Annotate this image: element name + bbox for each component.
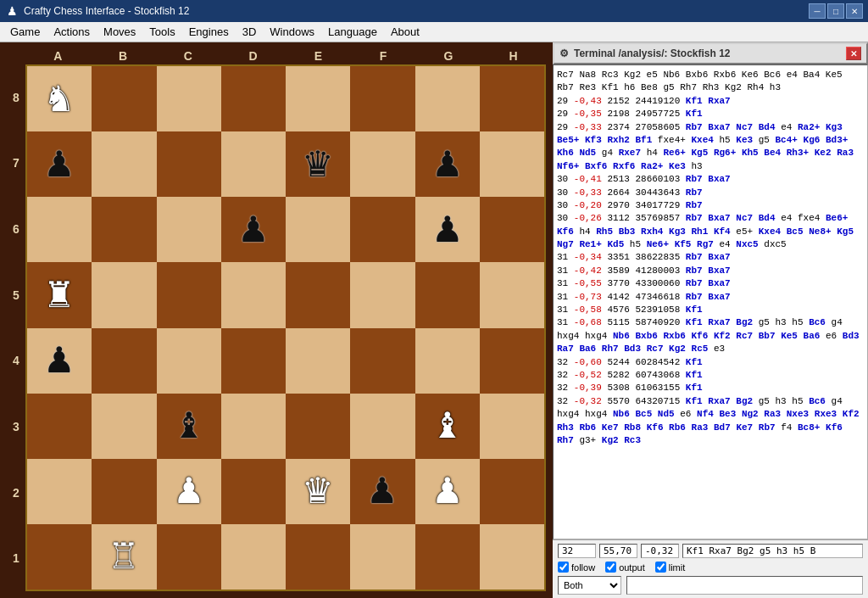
cell-4-2[interactable] — [157, 328, 221, 394]
menu-language[interactable]: Language — [321, 24, 384, 40]
piece-black-6-5[interactable]: ♟ — [366, 473, 398, 509]
cell-6-5[interactable]: ♟ — [350, 459, 415, 524]
menu-engines[interactable]: Engines — [182, 24, 236, 40]
cell-6-0[interactable] — [27, 459, 92, 524]
cell-7-0[interactable] — [27, 524, 92, 590]
cell-0-0[interactable]: ♞ — [27, 66, 92, 131]
cell-4-5[interactable] — [350, 328, 415, 394]
menu-actions[interactable]: Actions — [47, 24, 97, 40]
both-input[interactable] — [626, 576, 863, 595]
menu-windows[interactable]: Windows — [263, 24, 321, 40]
depth-input[interactable] — [558, 544, 596, 558]
piece-white-3-0[interactable]: ♜ — [43, 277, 75, 313]
piece-white-6-2[interactable]: ♟ — [173, 473, 205, 509]
terminal-close-button[interactable]: ✕ — [846, 47, 861, 60]
piece-black-5-2[interactable]: ♝ — [173, 408, 205, 444]
cell-4-4[interactable] — [286, 328, 350, 394]
piece-black-4-0[interactable]: ♟ — [43, 343, 75, 378]
cell-1-3[interactable] — [221, 131, 286, 197]
piece-white-0-0[interactable]: ♞ — [43, 81, 75, 117]
cell-0-6[interactable] — [415, 66, 480, 131]
cell-5-6[interactable]: ♝ — [415, 394, 480, 459]
cell-4-7[interactable] — [480, 328, 544, 394]
cell-6-4[interactable]: ♛ — [286, 459, 350, 524]
cell-2-0[interactable] — [27, 197, 92, 262]
cell-3-5[interactable] — [350, 262, 415, 327]
cell-1-5[interactable] — [350, 131, 415, 197]
cell-7-7[interactable] — [480, 524, 544, 590]
score-input[interactable] — [599, 544, 637, 558]
limit-label[interactable]: limit — [655, 562, 686, 573]
cell-7-3[interactable] — [221, 524, 286, 590]
cell-4-1[interactable] — [92, 328, 156, 394]
piece-black-2-6[interactable]: ♟ — [431, 212, 464, 248]
menu-about[interactable]: About — [384, 24, 426, 40]
cell-4-6[interactable] — [415, 328, 480, 394]
menu-3d[interactable]: 3D — [236, 24, 264, 40]
minimize-button[interactable]: ─ — [809, 3, 826, 19]
cell-1-2[interactable] — [157, 131, 221, 197]
cell-4-0[interactable]: ♟ — [27, 328, 92, 394]
both-select[interactable]: Both White Black — [558, 576, 621, 595]
close-button[interactable]: ✕ — [846, 3, 863, 19]
limit-checkbox[interactable] — [655, 562, 666, 573]
cell-2-7[interactable] — [480, 197, 544, 262]
cell-2-5[interactable] — [350, 197, 415, 262]
cell-6-1[interactable] — [92, 459, 156, 524]
cell-2-4[interactable] — [286, 197, 350, 262]
menu-game[interactable]: Game — [3, 24, 47, 40]
follow-label[interactable]: follow — [558, 562, 595, 573]
output-checkbox[interactable] — [605, 562, 616, 573]
cell-5-4[interactable] — [286, 394, 350, 459]
piece-black-1-6[interactable]: ♟ — [431, 147, 464, 182]
cell-4-3[interactable] — [221, 328, 286, 394]
cell-3-1[interactable] — [92, 262, 156, 327]
cell-1-6[interactable]: ♟ — [415, 131, 480, 197]
cell-3-3[interactable] — [221, 262, 286, 327]
cell-1-7[interactable] — [480, 131, 544, 197]
eval-input[interactable] — [641, 544, 679, 558]
cell-6-3[interactable] — [221, 459, 286, 524]
cell-6-2[interactable]: ♟ — [157, 459, 221, 524]
cell-1-1[interactable] — [92, 131, 156, 197]
cell-3-2[interactable] — [157, 262, 221, 327]
cell-3-7[interactable] — [480, 262, 544, 327]
cell-5-1[interactable] — [92, 394, 156, 459]
maximize-button[interactable]: □ — [827, 3, 844, 19]
cell-5-0[interactable] — [27, 394, 92, 459]
cell-3-4[interactable] — [286, 262, 350, 327]
piece-white-6-4[interactable]: ♛ — [302, 473, 334, 509]
cell-5-7[interactable] — [480, 394, 544, 459]
cell-7-5[interactable] — [350, 524, 415, 590]
cell-5-5[interactable] — [350, 394, 415, 459]
cell-6-6[interactable]: ♟ — [415, 459, 480, 524]
cell-1-0[interactable]: ♟ — [27, 131, 92, 197]
cell-5-2[interactable]: ♝ — [157, 394, 221, 459]
menu-moves[interactable]: Moves — [97, 24, 142, 40]
piece-black-1-4[interactable]: ♛ — [302, 147, 334, 182]
cell-0-2[interactable] — [157, 66, 221, 131]
piece-black-2-3[interactable]: ♟ — [237, 212, 270, 248]
cell-1-4[interactable]: ♛ — [286, 131, 350, 197]
cell-7-2[interactable] — [157, 524, 221, 590]
cell-7-6[interactable] — [415, 524, 480, 590]
menu-tools[interactable]: Tools — [142, 24, 181, 40]
output-label[interactable]: output — [605, 562, 645, 573]
cell-2-1[interactable] — [92, 197, 156, 262]
cell-0-3[interactable] — [221, 66, 286, 131]
follow-checkbox[interactable] — [558, 562, 569, 573]
piece-black-1-0[interactable]: ♟ — [43, 147, 75, 182]
cell-3-6[interactable] — [415, 262, 480, 327]
cell-7-1[interactable]: ♖ — [92, 524, 156, 590]
cell-2-3[interactable]: ♟ — [221, 197, 286, 262]
piece-white-7-1[interactable]: ♖ — [108, 539, 140, 574]
terminal-output[interactable]: Rc7 Na8 Rc3 Kg2 e5 Nb6 Bxb6 Rxb6 Ke6 Bc6… — [553, 64, 868, 539]
cell-5-3[interactable] — [221, 394, 286, 459]
cell-6-7[interactable] — [480, 459, 544, 524]
cell-0-1[interactable] — [92, 66, 156, 131]
piece-white-5-6[interactable]: ♝ — [431, 408, 464, 444]
piece-white-6-6[interactable]: ♟ — [431, 473, 464, 509]
cell-2-6[interactable]: ♟ — [415, 197, 480, 262]
cell-7-4[interactable] — [286, 524, 350, 590]
cell-0-5[interactable] — [350, 66, 415, 131]
